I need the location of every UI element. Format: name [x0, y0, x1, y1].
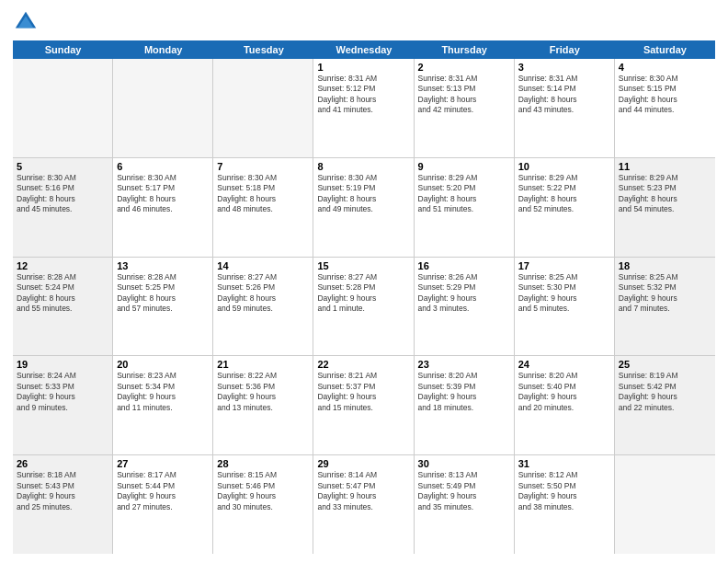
day-number: 31 [518, 458, 610, 469]
day-info: Sunrise: 8:21 AM Sunset: 5:37 PM Dayligh… [317, 371, 409, 413]
day-info: Sunrise: 8:27 AM Sunset: 5:26 PM Dayligh… [217, 272, 309, 315]
calendar-cell: 4Sunrise: 8:30 AM Sunset: 5:15 PM Daylig… [615, 59, 715, 157]
calendar-cell: 19Sunrise: 8:24 AM Sunset: 5:33 PM Dayli… [13, 356, 113, 454]
day-info: Sunrise: 8:23 AM Sunset: 5:34 PM Dayligh… [117, 371, 209, 413]
day-number: 26 [17, 458, 108, 469]
calendar-cell: 23Sunrise: 8:20 AM Sunset: 5:39 PM Dayli… [415, 356, 515, 454]
day-number: 13 [117, 260, 209, 271]
calendar-cell: 2Sunrise: 8:31 AM Sunset: 5:13 PM Daylig… [415, 59, 515, 157]
day-number: 8 [317, 161, 409, 172]
calendar-cell: 28Sunrise: 8:15 AM Sunset: 5:46 PM Dayli… [213, 455, 313, 554]
calendar-cell: 8Sunrise: 8:30 AM Sunset: 5:19 PM Daylig… [313, 158, 414, 257]
calendar-cell: 30Sunrise: 8:13 AM Sunset: 5:49 PM Dayli… [415, 455, 515, 554]
calendar-cell: 12Sunrise: 8:28 AM Sunset: 5:24 PM Dayli… [13, 258, 113, 356]
header [13, 9, 715, 35]
calendar-cell: 29Sunrise: 8:14 AM Sunset: 5:47 PM Dayli… [313, 455, 414, 554]
day-number: 6 [117, 161, 209, 172]
day-info: Sunrise: 8:31 AM Sunset: 5:14 PM Dayligh… [518, 74, 610, 116]
day-number: 25 [619, 359, 711, 370]
day-info: Sunrise: 8:29 AM Sunset: 5:22 PM Dayligh… [518, 173, 610, 215]
calendar-cell: 3Sunrise: 8:31 AM Sunset: 5:14 PM Daylig… [515, 59, 615, 157]
day-info: Sunrise: 8:15 AM Sunset: 5:46 PM Dayligh… [217, 470, 309, 512]
day-info: Sunrise: 8:18 AM Sunset: 5:43 PM Dayligh… [17, 470, 108, 512]
day-number: 2 [418, 62, 510, 73]
day-of-week-header: Sunday [13, 40, 113, 59]
day-number: 28 [217, 458, 309, 469]
calendar-cell: 1Sunrise: 8:31 AM Sunset: 5:12 PM Daylig… [313, 59, 414, 157]
calendar-cell: 27Sunrise: 8:17 AM Sunset: 5:44 PM Dayli… [113, 455, 213, 554]
calendar-cell: 26Sunrise: 8:18 AM Sunset: 5:43 PM Dayli… [13, 455, 113, 554]
calendar-week-row: 5Sunrise: 8:30 AM Sunset: 5:16 PM Daylig… [13, 158, 715, 258]
calendar-cell: 22Sunrise: 8:21 AM Sunset: 5:37 PM Dayli… [313, 356, 414, 454]
day-info: Sunrise: 8:22 AM Sunset: 5:36 PM Dayligh… [217, 371, 309, 413]
day-number: 29 [317, 458, 409, 469]
calendar-cell: 5Sunrise: 8:30 AM Sunset: 5:16 PM Daylig… [13, 158, 113, 257]
day-number: 27 [117, 458, 209, 469]
day-number: 12 [17, 260, 108, 271]
day-info: Sunrise: 8:29 AM Sunset: 5:23 PM Dayligh… [619, 173, 711, 215]
calendar-cell: 15Sunrise: 8:27 AM Sunset: 5:28 PM Dayli… [313, 258, 414, 356]
day-info: Sunrise: 8:19 AM Sunset: 5:42 PM Dayligh… [619, 371, 711, 413]
calendar-cell: 13Sunrise: 8:28 AM Sunset: 5:25 PM Dayli… [113, 258, 213, 356]
day-info: Sunrise: 8:30 AM Sunset: 5:19 PM Dayligh… [317, 173, 409, 215]
day-info: Sunrise: 8:31 AM Sunset: 5:13 PM Dayligh… [418, 74, 510, 116]
day-number: 10 [518, 161, 610, 172]
calendar-cell: 21Sunrise: 8:22 AM Sunset: 5:36 PM Dayli… [213, 356, 313, 454]
calendar-week-row: 1Sunrise: 8:31 AM Sunset: 5:12 PM Daylig… [13, 59, 715, 158]
day-number: 17 [518, 260, 610, 271]
calendar-cell: 11Sunrise: 8:29 AM Sunset: 5:23 PM Dayli… [615, 158, 715, 257]
day-info: Sunrise: 8:29 AM Sunset: 5:20 PM Dayligh… [418, 173, 510, 215]
day-number: 30 [418, 458, 510, 469]
day-number: 23 [418, 359, 510, 370]
day-info: Sunrise: 8:30 AM Sunset: 5:18 PM Dayligh… [217, 173, 309, 215]
day-of-week-header: Tuesday [213, 40, 313, 59]
day-number: 11 [619, 161, 711, 172]
day-of-week-header: Thursday [415, 40, 515, 59]
day-of-week-header: Monday [113, 40, 213, 59]
day-info: Sunrise: 8:24 AM Sunset: 5:33 PM Dayligh… [17, 371, 108, 413]
day-info: Sunrise: 8:30 AM Sunset: 5:17 PM Dayligh… [117, 173, 209, 215]
day-number: 9 [418, 161, 510, 172]
calendar-cell: 17Sunrise: 8:25 AM Sunset: 5:30 PM Dayli… [515, 258, 615, 356]
calendar-header: SundayMondayTuesdayWednesdayThursdayFrid… [13, 40, 715, 59]
day-info: Sunrise: 8:20 AM Sunset: 5:39 PM Dayligh… [418, 371, 510, 413]
logo-icon [13, 9, 39, 35]
calendar-cell: 20Sunrise: 8:23 AM Sunset: 5:34 PM Dayli… [113, 356, 213, 454]
calendar-cell [615, 455, 715, 554]
day-number: 7 [217, 161, 309, 172]
day-of-week-header: Friday [515, 40, 615, 59]
calendar-week-row: 26Sunrise: 8:18 AM Sunset: 5:43 PM Dayli… [13, 455, 715, 554]
day-info: Sunrise: 8:13 AM Sunset: 5:49 PM Dayligh… [418, 470, 510, 512]
day-info: Sunrise: 8:12 AM Sunset: 5:50 PM Dayligh… [518, 470, 610, 512]
calendar-cell: 18Sunrise: 8:25 AM Sunset: 5:32 PM Dayli… [615, 258, 715, 356]
day-info: Sunrise: 8:30 AM Sunset: 5:16 PM Dayligh… [17, 173, 108, 215]
day-number: 21 [217, 359, 309, 370]
day-info: Sunrise: 8:25 AM Sunset: 5:30 PM Dayligh… [518, 272, 610, 315]
calendar-week-row: 19Sunrise: 8:24 AM Sunset: 5:33 PM Dayli… [13, 356, 715, 455]
calendar-cell [13, 59, 113, 157]
day-info: Sunrise: 8:31 AM Sunset: 5:12 PM Dayligh… [317, 74, 409, 116]
day-number: 22 [317, 359, 409, 370]
day-number: 14 [217, 260, 309, 271]
calendar-cell: 31Sunrise: 8:12 AM Sunset: 5:50 PM Dayli… [515, 455, 615, 554]
day-number: 5 [17, 161, 108, 172]
day-info: Sunrise: 8:28 AM Sunset: 5:24 PM Dayligh… [17, 272, 108, 315]
day-of-week-header: Wednesday [313, 40, 414, 59]
day-info: Sunrise: 8:20 AM Sunset: 5:40 PM Dayligh… [518, 371, 610, 413]
day-info: Sunrise: 8:26 AM Sunset: 5:29 PM Dayligh… [418, 272, 510, 315]
calendar-cell: 10Sunrise: 8:29 AM Sunset: 5:22 PM Dayli… [515, 158, 615, 257]
day-number: 19 [17, 359, 108, 370]
day-number: 24 [518, 359, 610, 370]
calendar-cell: 6Sunrise: 8:30 AM Sunset: 5:17 PM Daylig… [113, 158, 213, 257]
calendar-cell: 24Sunrise: 8:20 AM Sunset: 5:40 PM Dayli… [515, 356, 615, 454]
day-number: 18 [619, 260, 711, 271]
calendar-cell: 25Sunrise: 8:19 AM Sunset: 5:42 PM Dayli… [615, 356, 715, 454]
calendar-cell: 7Sunrise: 8:30 AM Sunset: 5:18 PM Daylig… [213, 158, 313, 257]
day-info: Sunrise: 8:25 AM Sunset: 5:32 PM Dayligh… [619, 272, 711, 315]
day-info: Sunrise: 8:30 AM Sunset: 5:15 PM Dayligh… [619, 74, 711, 116]
logo [13, 9, 42, 35]
day-number: 3 [518, 62, 610, 73]
calendar-cell: 14Sunrise: 8:27 AM Sunset: 5:26 PM Dayli… [213, 258, 313, 356]
day-info: Sunrise: 8:17 AM Sunset: 5:44 PM Dayligh… [117, 470, 209, 512]
day-info: Sunrise: 8:14 AM Sunset: 5:47 PM Dayligh… [317, 470, 409, 512]
